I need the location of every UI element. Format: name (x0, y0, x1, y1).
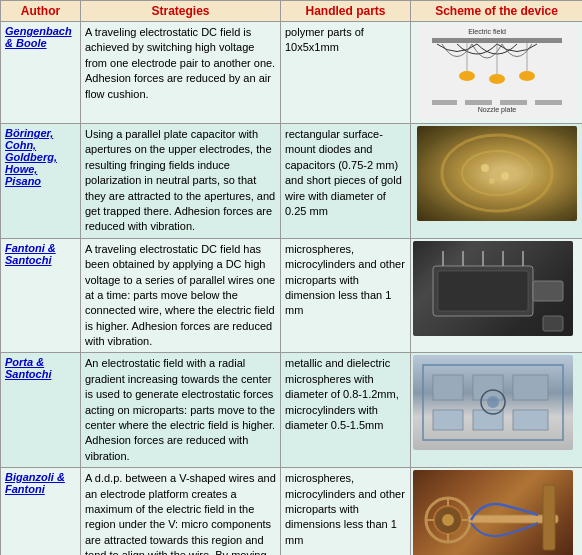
svg-rect-30 (473, 375, 503, 400)
svg-rect-45 (543, 485, 555, 550)
parts-cell: microspheres, microcylinders and other m… (281, 238, 411, 353)
strategy-cell: A traveling electrostatic DC field has b… (81, 238, 281, 353)
svg-rect-11 (457, 100, 465, 105)
author-cell: Porta & Santochi (1, 353, 81, 468)
svg-text:Electric field: Electric field (468, 28, 506, 35)
scheme-cell (411, 124, 583, 239)
svg-point-3 (459, 71, 475, 81)
scheme-cell (411, 238, 583, 353)
device-diagram-1: Electric field (417, 24, 577, 119)
svg-rect-27 (543, 316, 563, 331)
svg-rect-29 (433, 375, 463, 400)
parts-cell: metallic and dielectric microspheres wit… (281, 353, 411, 468)
author-cell: Fantoni & Santochi (1, 238, 81, 353)
svg-point-36 (487, 396, 499, 408)
svg-rect-26 (533, 281, 563, 301)
svg-point-4 (489, 74, 505, 84)
device-image-4 (413, 355, 573, 450)
svg-point-17 (501, 172, 509, 180)
svg-point-14 (442, 135, 552, 211)
svg-rect-13 (527, 100, 535, 105)
header-strategies: Strategies (81, 1, 281, 22)
device-image-2 (417, 126, 577, 221)
device-image-3 (413, 241, 573, 336)
strategy-cell: A traveling electrostatic DC field is ac… (81, 22, 281, 124)
device-image-5 (413, 470, 573, 555)
svg-rect-12 (492, 100, 500, 105)
header-scheme: Scheme of the device (411, 1, 583, 22)
svg-rect-31 (513, 375, 548, 400)
parts-cell: rectangular surface-mount diodes and cap… (281, 124, 411, 239)
table-row: Porta & Santochi An electrostatic field … (1, 353, 583, 468)
table-row: Biganzoli & Fantoni A d.d.p. between a V… (1, 468, 583, 555)
svg-point-39 (442, 514, 454, 526)
svg-text:Nozzle plate: Nozzle plate (477, 106, 516, 114)
strategy-cell: Using a parallel plate capacitor with ap… (81, 124, 281, 239)
header-parts: Handled parts (281, 1, 411, 22)
svg-point-16 (481, 164, 489, 172)
svg-rect-20 (438, 271, 528, 311)
table-row: Böringer, Cohn, Goldberg, Howe, Pisano U… (1, 124, 583, 239)
table-row: Fantoni & Santochi A traveling electrost… (1, 238, 583, 353)
svg-point-5 (519, 71, 535, 81)
svg-rect-32 (433, 410, 463, 430)
svg-point-15 (462, 151, 532, 195)
svg-rect-2 (432, 38, 562, 43)
parts-cell: polymer parts of 10x5x1mm (281, 22, 411, 124)
strategy-cell: An electrostatic field with a radial gra… (81, 353, 281, 468)
table-row: Gengenbach & Boole A traveling electrost… (1, 22, 583, 124)
svg-point-18 (489, 178, 495, 184)
scheme-cell (411, 353, 583, 468)
author-cell: Biganzoli & Fantoni (1, 468, 81, 555)
header-author: Author (1, 1, 81, 22)
author-cell: Böringer, Cohn, Goldberg, Howe, Pisano (1, 124, 81, 239)
svg-rect-34 (513, 410, 548, 430)
scheme-cell: Electric field (411, 22, 583, 124)
scheme-cell (411, 468, 583, 555)
parts-cell: microspheres, microcylinders and other m… (281, 468, 411, 555)
strategy-cell: A d.d.p. between a V-shaped wires and an… (81, 468, 281, 555)
author-cell: Gengenbach & Boole (1, 22, 81, 124)
